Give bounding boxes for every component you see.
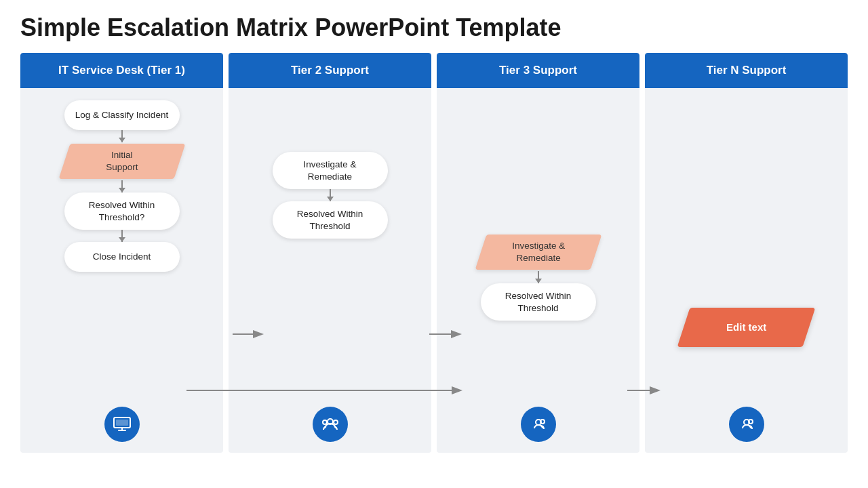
node-resolved-threshold-t2: Resolved Within Threshold	[273, 201, 388, 239]
icon-tier3	[521, 407, 556, 442]
node-resolved-threshold-t3: Resolved Within Threshold	[481, 283, 596, 321]
col-header-tierN: Tier N Support	[645, 53, 848, 88]
svg-point-8	[749, 420, 753, 424]
svg-rect-1	[116, 420, 128, 426]
svg-point-3	[334, 420, 338, 424]
col-header-tier1: IT Service Desk (Tier 1)	[20, 53, 223, 88]
column-tier2: Tier 2 Support Investigate & Remediate R…	[229, 53, 431, 453]
icon-tierN	[729, 407, 764, 442]
icon-tier1	[104, 407, 140, 442]
node-close-incident: Close Incident	[64, 242, 180, 272]
node-initial-support: InitialSupport	[58, 144, 185, 179]
node-investigate-remediate-t3: Investigate &Remediate	[475, 235, 601, 270]
node-edit-text[interactable]: Edit text	[677, 308, 816, 347]
svg-point-4	[323, 420, 327, 424]
col-header-tier2: Tier 2 Support	[229, 53, 431, 88]
column-tier1: IT Service Desk (Tier 1) Log & Classify …	[20, 53, 223, 453]
column-tierN: Tier N Support Edit text	[645, 53, 848, 453]
page-title: Simple Escalation Matrix PowerPoint Temp…	[20, 14, 848, 42]
col-header-tier3: Tier 3 Support	[437, 53, 639, 88]
node-investigate-remediate-t2: Investigate & Remediate	[273, 152, 388, 189]
svg-point-6	[540, 420, 545, 424]
node-resolved-threshold-q: Resolved Within Threshold?	[64, 192, 180, 230]
page: Simple Escalation Matrix PowerPoint Temp…	[0, 0, 868, 488]
icon-tier2	[313, 407, 348, 442]
node-log-classify: Log & Classify Incident	[64, 100, 180, 130]
column-tier3: Tier 3 Support Investigate &Remediate Re…	[437, 53, 639, 453]
